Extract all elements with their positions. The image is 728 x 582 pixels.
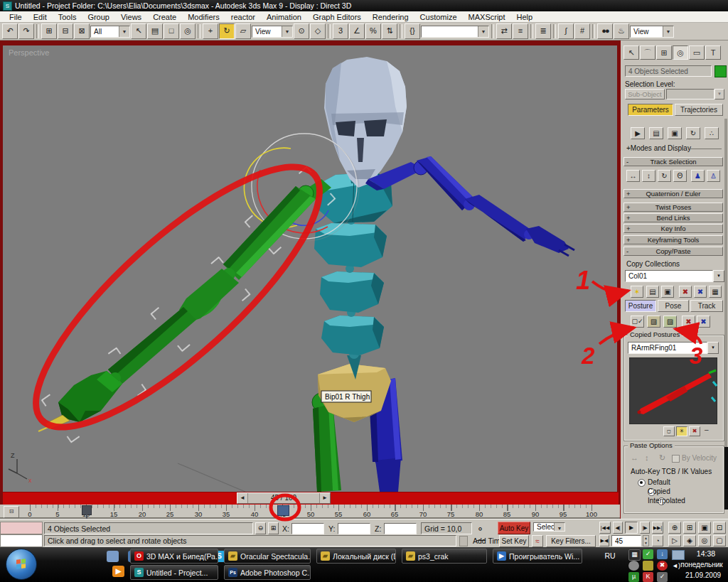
- tray-icon-agent[interactable]: [643, 561, 653, 571]
- time-slider[interactable]: ◄ 45 / 100 ►: [237, 492, 331, 504]
- pan-view-icon[interactable]: ◈: [683, 535, 696, 546]
- body-horizontal-icon[interactable]: ↔: [626, 170, 640, 182]
- named-selection-dropdown[interactable]: ▼: [421, 26, 489, 38]
- lock-com-keying-icon[interactable]: Θ: [673, 170, 687, 182]
- body-rotation-icon[interactable]: ↻: [658, 170, 671, 182]
- tray-icon-messenger[interactable]: [628, 561, 639, 571]
- window-crossing-icon[interactable]: ◎: [180, 23, 196, 39]
- select-and-move-icon[interactable]: +: [203, 23, 218, 39]
- copy-to-buffer-icon[interactable]: ▦: [709, 286, 722, 298]
- collection-dropdown[interactable]: Col01: [625, 270, 713, 282]
- keyframe-marker[interactable]: [82, 505, 92, 515]
- paste-posture-icon[interactable]: ▨: [647, 316, 660, 328]
- layer-manager-icon[interactable]: ≣: [535, 23, 551, 39]
- tab-modify-icon[interactable]: ⌒: [640, 45, 655, 60]
- y-coordinate-input[interactable]: [338, 523, 370, 534]
- tab-motion-icon[interactable]: ◎: [673, 45, 688, 60]
- taskbar-window-oracular[interactable]: ▰Oracular Spectacula...: [224, 549, 311, 564]
- preview-show-bone-icon[interactable]: ◻: [663, 426, 675, 436]
- material-editor-icon[interactable]: ●●: [597, 23, 613, 39]
- biped-select-icon[interactable]: ♟: [691, 170, 705, 182]
- zoom-icon[interactable]: ⊕: [668, 522, 681, 534]
- preview-minus[interactable]: –: [705, 426, 709, 433]
- play-animation-icon[interactable]: ▶: [625, 522, 638, 534]
- copy-posture-icon[interactable]: ▢✓: [631, 316, 644, 328]
- current-frame-input[interactable]: [611, 535, 641, 546]
- go-to-end-icon[interactable]: ▶▶|: [652, 522, 663, 534]
- taskbar-window-3dsmax-untitled[interactable]: SUntitled - Project...: [130, 565, 218, 580]
- perspective-viewport[interactable]: Z x: [3, 45, 617, 492]
- footstep-mode-icon[interactable]: ∴: [705, 127, 719, 139]
- chevron-down-icon[interactable]: ▼: [663, 26, 673, 37]
- modes-and-display-expander[interactable]: +Modes and Display: [626, 144, 691, 152]
- menu-tools[interactable]: Tools: [53, 12, 82, 22]
- track-mode-button[interactable]: Track: [690, 300, 723, 312]
- load-collection-icon[interactable]: ▤: [646, 286, 659, 298]
- parameters-tab[interactable]: Parameters: [628, 104, 673, 116]
- chevron-down-icon[interactable]: ▼: [707, 342, 719, 354]
- biped-head[interactable]: [324, 57, 407, 188]
- select-and-link-icon[interactable]: ⊞: [41, 23, 57, 39]
- spinner-snap-icon[interactable]: ⇅: [382, 23, 397, 39]
- rollout-copy-paste[interactable]: -Copy/Paste: [623, 247, 723, 256]
- current-frame-marker[interactable]: [277, 505, 289, 516]
- quick-launch-show-desktop-icon[interactable]: [107, 551, 119, 562]
- taskbar-window-ps3-crak[interactable]: ▰ps3_crak: [402, 549, 487, 564]
- menu-views[interactable]: Views: [116, 12, 146, 22]
- chevron-down-icon[interactable]: ▼: [554, 523, 564, 531]
- align-icon[interactable]: ≡: [513, 23, 528, 39]
- pose-mode-button[interactable]: Pose: [658, 300, 689, 312]
- load-file-icon[interactable]: ▤: [649, 127, 663, 139]
- object-color-swatch[interactable]: [714, 65, 727, 77]
- frame-spinner[interactable]: ▲▼: [643, 535, 649, 546]
- language-indicator[interactable]: RU: [601, 551, 619, 560]
- maxscript-mini-listener-pink[interactable]: [0, 522, 43, 534]
- undo-icon[interactable]: ↶: [2, 23, 18, 39]
- tab-create-icon[interactable]: ↖: [623, 45, 639, 60]
- selection-filter-dropdown[interactable]: All▼: [90, 26, 130, 38]
- render-setup-icon[interactable]: ♨: [614, 23, 629, 39]
- previous-frame-icon[interactable]: ◀|: [613, 522, 623, 534]
- unlink-selection-icon[interactable]: ⊟: [58, 23, 73, 39]
- reference-coordinate-dropdown[interactable]: View▼: [252, 26, 293, 38]
- tray-icon-update[interactable]: ↓: [657, 549, 668, 559]
- taskbar-window-local-disk-d[interactable]: ▰Локальный диск (D:): [316, 549, 396, 564]
- track-bar[interactable]: ⊟ 0 5 10 15 20 25 30 35 40 45 50 55 60 6…: [0, 505, 620, 519]
- tab-utilities-icon[interactable]: T: [705, 45, 721, 60]
- clock-time[interactable]: 14:38: [687, 549, 725, 558]
- rollout-track-selection[interactable]: -Track Selection: [623, 157, 723, 166]
- key-mode-dropdown[interactable]: Selected▼: [533, 522, 565, 532]
- rollout-quaternion-euler[interactable]: +Quaternion / Euler: [623, 189, 723, 198]
- auto-key-button[interactable]: Auto Key: [498, 522, 530, 534]
- tab-hierarchy-icon[interactable]: ⊞: [656, 45, 672, 60]
- snap-toggle-3d-icon[interactable]: 3: [333, 23, 348, 39]
- symmetrical-select-icon[interactable]: ♙: [707, 170, 720, 182]
- absolute-offset-mode-icon[interactable]: ⊞: [268, 522, 279, 534]
- go-to-start-icon[interactable]: |◀◀: [599, 522, 611, 534]
- delete-all-collections-icon[interactable]: ✖: [694, 286, 707, 298]
- menu-graph-editors[interactable]: Graph Editors: [308, 12, 366, 22]
- chevron-down-icon[interactable]: ▼: [478, 26, 488, 37]
- menu-help[interactable]: Help: [512, 12, 538, 22]
- time-configuration-icon[interactable]: ◔: [652, 535, 663, 546]
- rollout-twist-poses[interactable]: +Twist Poses: [623, 203, 723, 212]
- trajectories-tab[interactable]: Trajectories: [675, 104, 723, 116]
- convert-icon[interactable]: ↻: [686, 127, 700, 139]
- select-and-rotate-icon[interactable]: ↻: [219, 23, 235, 39]
- menu-maxscript[interactable]: MAXScript: [464, 12, 510, 22]
- rectangular-selection-region-icon[interactable]: □: [164, 23, 179, 39]
- status-pin-icon[interactable]: [459, 536, 468, 546]
- previous-frame-arrow-icon[interactable]: ◄: [237, 493, 247, 503]
- select-and-scale-icon[interactable]: ▱: [235, 23, 251, 39]
- default-tangent-curve-icon[interactable]: ≈: [532, 535, 543, 547]
- mirror-icon[interactable]: ⇄: [496, 23, 512, 39]
- select-and-manipulate-icon[interactable]: ◇: [310, 23, 326, 39]
- key-mode-toggle-icon[interactable]: ▶◀: [599, 535, 609, 546]
- angle-snap-icon[interactable]: ∠: [349, 23, 365, 39]
- named-selection-sets-icon[interactable]: {}: [405, 23, 420, 39]
- menu-group[interactable]: Group: [82, 12, 114, 22]
- z-coordinate-input[interactable]: [384, 523, 417, 534]
- biped-left-arm-green-selected[interactable]: [38, 179, 331, 431]
- menu-modifiers[interactable]: Modifiers: [183, 12, 225, 22]
- chevron-down-icon[interactable]: ▼: [713, 270, 724, 282]
